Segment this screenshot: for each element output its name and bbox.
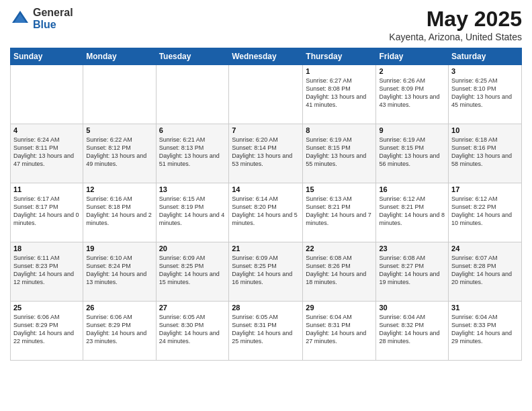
day-info: Sunrise: 6:04 AM Sunset: 8:31 PM Dayligh… xyxy=(306,313,373,346)
calendar-cell: 9Sunrise: 6:19 AM Sunset: 8:15 PM Daylig… xyxy=(376,124,449,183)
calendar-day-header: Wednesday xyxy=(229,48,303,65)
day-info: Sunrise: 6:06 AM Sunset: 8:29 PM Dayligh… xyxy=(13,313,80,346)
day-number: 31 xyxy=(451,304,519,312)
day-info: Sunrise: 6:18 AM Sunset: 8:16 PM Dayligh… xyxy=(451,136,519,169)
calendar-cell: 29Sunrise: 6:04 AM Sunset: 8:31 PM Dayli… xyxy=(303,302,376,361)
calendar-cell: 7Sunrise: 6:20 AM Sunset: 8:14 PM Daylig… xyxy=(229,124,303,183)
day-number: 24 xyxy=(451,244,519,253)
calendar-cell: 3Sunrise: 6:25 AM Sunset: 8:10 PM Daylig… xyxy=(449,65,522,124)
title-area: May 2025 Kayenta, Arizona, United States xyxy=(389,7,522,42)
day-number: 9 xyxy=(379,126,445,134)
calendar-week-row: 4Sunrise: 6:24 AM Sunset: 8:11 PM Daylig… xyxy=(11,124,522,183)
calendar-cell: 15Sunrise: 6:13 AM Sunset: 8:21 PM Dayli… xyxy=(303,183,376,242)
calendar-cell: 10Sunrise: 6:18 AM Sunset: 8:16 PM Dayli… xyxy=(449,124,522,183)
day-number: 6 xyxy=(159,126,226,134)
calendar-week-row: 25Sunrise: 6:06 AM Sunset: 8:29 PM Dayli… xyxy=(11,302,522,361)
day-info: Sunrise: 6:17 AM Sunset: 8:17 PM Dayligh… xyxy=(13,195,80,228)
calendar-day-header: Tuesday xyxy=(156,48,229,65)
day-number: 5 xyxy=(86,126,152,134)
day-info: Sunrise: 6:22 AM Sunset: 8:12 PM Dayligh… xyxy=(86,136,152,169)
day-number: 30 xyxy=(379,304,445,312)
day-number: 10 xyxy=(451,126,519,134)
calendar-week-row: 1Sunrise: 6:27 AM Sunset: 8:08 PM Daylig… xyxy=(11,65,522,124)
day-number: 20 xyxy=(159,244,226,253)
calendar-day-header: Friday xyxy=(376,48,449,65)
day-number: 22 xyxy=(306,244,373,253)
calendar-cell: 8Sunrise: 6:19 AM Sunset: 8:15 PM Daylig… xyxy=(303,124,376,183)
calendar-cell: 24Sunrise: 6:07 AM Sunset: 8:28 PM Dayli… xyxy=(449,242,522,302)
day-info: Sunrise: 6:04 AM Sunset: 8:33 PM Dayligh… xyxy=(451,313,519,346)
day-info: Sunrise: 6:13 AM Sunset: 8:21 PM Dayligh… xyxy=(306,195,373,228)
day-info: Sunrise: 6:15 AM Sunset: 8:19 PM Dayligh… xyxy=(159,195,226,228)
calendar-cell: 20Sunrise: 6:09 AM Sunset: 8:25 PM Dayli… xyxy=(156,242,229,302)
day-number: 11 xyxy=(13,185,80,193)
day-info: Sunrise: 6:10 AM Sunset: 8:24 PM Dayligh… xyxy=(86,254,152,287)
calendar-cell: 22Sunrise: 6:08 AM Sunset: 8:26 PM Dayli… xyxy=(303,242,376,302)
logo-text: General Blue xyxy=(33,7,73,30)
calendar-day-header: Thursday xyxy=(303,48,376,65)
day-number: 27 xyxy=(159,304,226,312)
calendar-cell: 12Sunrise: 6:16 AM Sunset: 8:18 PM Dayli… xyxy=(83,183,156,242)
main-title: May 2025 xyxy=(389,7,522,32)
calendar-cell: 17Sunrise: 6:12 AM Sunset: 8:22 PM Dayli… xyxy=(449,183,522,242)
day-info: Sunrise: 6:06 AM Sunset: 8:29 PM Dayligh… xyxy=(86,313,152,346)
calendar-cell: 18Sunrise: 6:11 AM Sunset: 8:23 PM Dayli… xyxy=(11,242,83,302)
calendar-day-header: Monday xyxy=(83,48,156,65)
calendar-cell: 16Sunrise: 6:12 AM Sunset: 8:21 PM Dayli… xyxy=(376,183,449,242)
day-number: 19 xyxy=(86,244,152,253)
day-number: 23 xyxy=(379,244,445,253)
day-info: Sunrise: 6:09 AM Sunset: 8:25 PM Dayligh… xyxy=(232,254,300,287)
day-info: Sunrise: 6:07 AM Sunset: 8:28 PM Dayligh… xyxy=(451,254,519,287)
calendar-cell: 31Sunrise: 6:04 AM Sunset: 8:33 PM Dayli… xyxy=(449,302,522,361)
page: General Blue May 2025 Kayenta, Arizona, … xyxy=(0,0,532,411)
day-number: 29 xyxy=(306,304,373,312)
day-info: Sunrise: 6:19 AM Sunset: 8:15 PM Dayligh… xyxy=(306,136,373,169)
day-number: 14 xyxy=(232,185,300,193)
logo-general: General xyxy=(33,7,73,19)
calendar-cell xyxy=(156,65,229,124)
day-number: 1 xyxy=(306,67,373,75)
calendar-cell: 1Sunrise: 6:27 AM Sunset: 8:08 PM Daylig… xyxy=(303,65,376,124)
day-number: 3 xyxy=(451,67,519,75)
calendar-cell: 27Sunrise: 6:05 AM Sunset: 8:30 PM Dayli… xyxy=(156,302,229,361)
calendar-cell: 28Sunrise: 6:05 AM Sunset: 8:31 PM Dayli… xyxy=(229,302,303,361)
day-number: 21 xyxy=(232,244,300,253)
day-number: 4 xyxy=(13,126,80,134)
calendar-cell: 6Sunrise: 6:21 AM Sunset: 8:13 PM Daylig… xyxy=(156,124,229,183)
logo: General Blue xyxy=(10,7,73,30)
subtitle: Kayenta, Arizona, United States xyxy=(389,32,522,42)
day-number: 26 xyxy=(86,304,152,312)
calendar-cell xyxy=(229,65,303,124)
day-info: Sunrise: 6:04 AM Sunset: 8:32 PM Dayligh… xyxy=(379,313,445,346)
calendar-day-header: Sunday xyxy=(11,48,83,65)
day-info: Sunrise: 6:08 AM Sunset: 8:26 PM Dayligh… xyxy=(306,254,373,287)
calendar-cell: 21Sunrise: 6:09 AM Sunset: 8:25 PM Dayli… xyxy=(229,242,303,302)
day-info: Sunrise: 6:26 AM Sunset: 8:09 PM Dayligh… xyxy=(379,77,445,109)
calendar-table: SundayMondayTuesdayWednesdayThursdayFrid… xyxy=(10,48,522,361)
calendar-cell: 19Sunrise: 6:10 AM Sunset: 8:24 PM Dayli… xyxy=(83,242,156,302)
calendar-week-row: 11Sunrise: 6:17 AM Sunset: 8:17 PM Dayli… xyxy=(11,183,522,242)
day-info: Sunrise: 6:24 AM Sunset: 8:11 PM Dayligh… xyxy=(13,136,80,169)
day-number: 8 xyxy=(306,126,373,134)
calendar-cell: 2Sunrise: 6:26 AM Sunset: 8:09 PM Daylig… xyxy=(376,65,449,124)
day-info: Sunrise: 6:19 AM Sunset: 8:15 PM Dayligh… xyxy=(379,136,445,169)
calendar-cell: 26Sunrise: 6:06 AM Sunset: 8:29 PM Dayli… xyxy=(83,302,156,361)
day-info: Sunrise: 6:09 AM Sunset: 8:25 PM Dayligh… xyxy=(159,254,226,287)
day-info: Sunrise: 6:16 AM Sunset: 8:18 PM Dayligh… xyxy=(86,195,152,228)
day-info: Sunrise: 6:20 AM Sunset: 8:14 PM Dayligh… xyxy=(232,136,300,169)
day-info: Sunrise: 6:12 AM Sunset: 8:22 PM Dayligh… xyxy=(451,195,519,228)
day-info: Sunrise: 6:11 AM Sunset: 8:23 PM Dayligh… xyxy=(13,254,80,287)
day-number: 12 xyxy=(86,185,152,193)
day-number: 28 xyxy=(232,304,300,312)
day-number: 16 xyxy=(379,185,445,193)
calendar-cell: 25Sunrise: 6:06 AM Sunset: 8:29 PM Dayli… xyxy=(11,302,83,361)
day-info: Sunrise: 6:25 AM Sunset: 8:10 PM Dayligh… xyxy=(451,77,519,109)
calendar-cell: 23Sunrise: 6:08 AM Sunset: 8:27 PM Dayli… xyxy=(376,242,449,302)
day-info: Sunrise: 6:08 AM Sunset: 8:27 PM Dayligh… xyxy=(379,254,445,287)
day-number: 17 xyxy=(451,185,519,193)
day-info: Sunrise: 6:05 AM Sunset: 8:30 PM Dayligh… xyxy=(159,313,226,346)
day-info: Sunrise: 6:12 AM Sunset: 8:21 PM Dayligh… xyxy=(379,195,445,228)
day-info: Sunrise: 6:05 AM Sunset: 8:31 PM Dayligh… xyxy=(232,313,300,346)
day-info: Sunrise: 6:14 AM Sunset: 8:20 PM Dayligh… xyxy=(232,195,300,228)
calendar-header-row: SundayMondayTuesdayWednesdayThursdayFrid… xyxy=(11,48,522,65)
